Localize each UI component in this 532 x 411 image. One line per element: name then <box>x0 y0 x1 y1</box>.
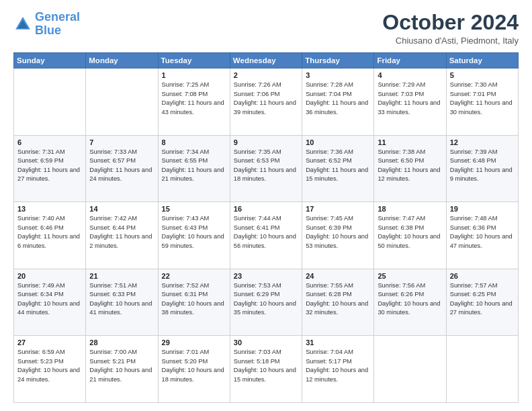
day-info: Sunrise: 7:04 AM Sunset: 5:17 PM Dayligh… <box>306 348 370 384</box>
table-row <box>446 336 518 403</box>
day-info: Sunrise: 7:48 AM Sunset: 6:36 PM Dayligh… <box>450 214 515 250</box>
table-row: 26Sunrise: 7:57 AM Sunset: 6:25 PM Dayli… <box>446 269 518 336</box>
day-info: Sunrise: 7:38 AM Sunset: 6:50 PM Dayligh… <box>378 148 442 184</box>
day-number: 20 <box>17 272 82 280</box>
day-number: 3 <box>306 71 370 79</box>
table-row: 24Sunrise: 7:55 AM Sunset: 6:28 PM Dayli… <box>302 269 374 336</box>
day-info: Sunrise: 7:51 AM Sunset: 6:33 PM Dayligh… <box>89 281 154 318</box>
day-number: 10 <box>306 138 370 146</box>
table-row: 6Sunrise: 7:31 AM Sunset: 6:59 PM Daylig… <box>14 135 86 202</box>
day-number: 23 <box>234 272 298 280</box>
day-info: Sunrise: 7:03 AM Sunset: 5:18 PM Dayligh… <box>234 348 298 384</box>
day-info: Sunrise: 7:36 AM Sunset: 6:52 PM Dayligh… <box>306 148 370 184</box>
day-number: 12 <box>450 138 515 146</box>
day-info: Sunrise: 6:59 AM Sunset: 5:23 PM Dayligh… <box>17 348 82 384</box>
table-row: 30Sunrise: 7:03 AM Sunset: 5:18 PM Dayli… <box>230 336 302 403</box>
table-row: 4Sunrise: 7:29 AM Sunset: 7:03 PM Daylig… <box>374 68 446 136</box>
day-number: 26 <box>450 272 515 280</box>
logo-line2: Blue <box>35 24 61 37</box>
day-info: Sunrise: 7:40 AM Sunset: 6:46 PM Dayligh… <box>17 214 82 250</box>
table-row: 1Sunrise: 7:25 AM Sunset: 7:08 PM Daylig… <box>158 68 230 136</box>
day-number: 14 <box>89 205 154 213</box>
day-info: Sunrise: 7:29 AM Sunset: 7:03 PM Dayligh… <box>378 81 442 117</box>
day-info: Sunrise: 7:52 AM Sunset: 6:31 PM Dayligh… <box>162 281 226 318</box>
table-row: 29Sunrise: 7:01 AM Sunset: 5:20 PM Dayli… <box>158 336 230 403</box>
logo: General Blue <box>13 11 80 38</box>
day-number: 13 <box>17 205 82 213</box>
col-monday: Monday <box>86 53 158 68</box>
day-info: Sunrise: 7:55 AM Sunset: 6:28 PM Dayligh… <box>306 281 370 318</box>
day-number: 4 <box>378 71 442 79</box>
table-row: 23Sunrise: 7:53 AM Sunset: 6:29 PM Dayli… <box>230 269 302 336</box>
table-row: 21Sunrise: 7:51 AM Sunset: 6:33 PM Dayli… <box>86 269 158 336</box>
day-number: 28 <box>89 338 154 347</box>
table-row: 27Sunrise: 6:59 AM Sunset: 5:23 PM Dayli… <box>14 336 86 403</box>
day-number: 18 <box>378 205 442 213</box>
table-row: 9Sunrise: 7:35 AM Sunset: 6:53 PM Daylig… <box>230 135 302 202</box>
calendar-week-1: 1Sunrise: 7:25 AM Sunset: 7:08 PM Daylig… <box>14 68 519 136</box>
day-number: 8 <box>162 138 226 146</box>
title-block: October 2024 Chiusano d'Asti, Piedmont, … <box>382 11 519 46</box>
day-info: Sunrise: 7:39 AM Sunset: 6:48 PM Dayligh… <box>450 148 515 184</box>
logo-text: General Blue <box>35 11 80 38</box>
month-title: October 2024 <box>382 11 519 34</box>
day-number: 9 <box>234 138 298 146</box>
table-row <box>14 68 86 136</box>
day-number: 17 <box>306 205 370 213</box>
day-info: Sunrise: 7:42 AM Sunset: 6:44 PM Dayligh… <box>89 214 154 250</box>
col-saturday: Saturday <box>446 53 518 68</box>
table-row: 14Sunrise: 7:42 AM Sunset: 6:44 PM Dayli… <box>86 202 158 269</box>
table-row: 3Sunrise: 7:28 AM Sunset: 7:04 PM Daylig… <box>302 68 374 136</box>
table-row: 18Sunrise: 7:47 AM Sunset: 6:38 PM Dayli… <box>374 202 446 269</box>
day-number: 31 <box>306 338 370 347</box>
day-info: Sunrise: 7:28 AM Sunset: 7:04 PM Dayligh… <box>306 81 370 117</box>
day-number: 19 <box>450 205 515 213</box>
day-number: 24 <box>306 272 370 280</box>
day-number: 2 <box>234 71 298 79</box>
day-info: Sunrise: 7:35 AM Sunset: 6:53 PM Dayligh… <box>234 148 298 184</box>
location: Chiusano d'Asti, Piedmont, Italy <box>382 36 519 46</box>
calendar-week-3: 13Sunrise: 7:40 AM Sunset: 6:46 PM Dayli… <box>14 202 519 269</box>
table-row: 8Sunrise: 7:34 AM Sunset: 6:55 PM Daylig… <box>158 135 230 202</box>
table-row: 15Sunrise: 7:43 AM Sunset: 6:43 PM Dayli… <box>158 202 230 269</box>
table-row: 12Sunrise: 7:39 AM Sunset: 6:48 PM Dayli… <box>446 135 518 202</box>
table-row: 28Sunrise: 7:00 AM Sunset: 5:21 PM Dayli… <box>86 336 158 403</box>
day-number: 29 <box>162 338 226 347</box>
day-number: 22 <box>162 272 226 280</box>
table-row: 2Sunrise: 7:26 AM Sunset: 7:06 PM Daylig… <box>230 68 302 136</box>
calendar-week-4: 20Sunrise: 7:49 AM Sunset: 6:34 PM Dayli… <box>14 269 519 336</box>
table-row: 11Sunrise: 7:38 AM Sunset: 6:50 PM Dayli… <box>374 135 446 202</box>
table-row: 10Sunrise: 7:36 AM Sunset: 6:52 PM Dayli… <box>302 135 374 202</box>
day-number: 25 <box>378 272 442 280</box>
col-wednesday: Wednesday <box>230 53 302 68</box>
table-row: 17Sunrise: 7:45 AM Sunset: 6:39 PM Dayli… <box>302 202 374 269</box>
day-number: 27 <box>17 338 82 347</box>
day-info: Sunrise: 7:33 AM Sunset: 6:57 PM Dayligh… <box>89 148 154 184</box>
day-info: Sunrise: 7:01 AM Sunset: 5:20 PM Dayligh… <box>162 348 226 384</box>
day-number: 7 <box>89 138 154 146</box>
day-info: Sunrise: 7:44 AM Sunset: 6:41 PM Dayligh… <box>234 214 298 250</box>
header: General Blue October 2024 Chiusano d'Ast… <box>13 11 519 46</box>
day-number: 30 <box>234 338 298 347</box>
logo-icon <box>13 15 32 34</box>
table-row: 16Sunrise: 7:44 AM Sunset: 6:41 PM Dayli… <box>230 202 302 269</box>
day-info: Sunrise: 7:53 AM Sunset: 6:29 PM Dayligh… <box>234 281 298 318</box>
page: General Blue October 2024 Chiusano d'Ast… <box>0 0 532 411</box>
day-info: Sunrise: 7:56 AM Sunset: 6:26 PM Dayligh… <box>378 281 442 318</box>
day-info: Sunrise: 7:49 AM Sunset: 6:34 PM Dayligh… <box>17 281 82 318</box>
day-info: Sunrise: 7:43 AM Sunset: 6:43 PM Dayligh… <box>162 214 226 250</box>
day-info: Sunrise: 7:57 AM Sunset: 6:25 PM Dayligh… <box>450 281 515 318</box>
col-sunday: Sunday <box>14 53 86 68</box>
col-friday: Friday <box>374 53 446 68</box>
day-info: Sunrise: 7:00 AM Sunset: 5:21 PM Dayligh… <box>89 348 154 384</box>
table-row: 25Sunrise: 7:56 AM Sunset: 6:26 PM Dayli… <box>374 269 446 336</box>
table-row: 31Sunrise: 7:04 AM Sunset: 5:17 PM Dayli… <box>302 336 374 403</box>
day-number: 5 <box>450 71 515 79</box>
day-info: Sunrise: 7:30 AM Sunset: 7:01 PM Dayligh… <box>450 81 515 117</box>
col-tuesday: Tuesday <box>158 53 230 68</box>
table-row: 19Sunrise: 7:48 AM Sunset: 6:36 PM Dayli… <box>446 202 518 269</box>
table-row: 5Sunrise: 7:30 AM Sunset: 7:01 PM Daylig… <box>446 68 518 136</box>
calendar-week-2: 6Sunrise: 7:31 AM Sunset: 6:59 PM Daylig… <box>14 135 519 202</box>
day-number: 1 <box>162 71 226 79</box>
day-number: 16 <box>234 205 298 213</box>
